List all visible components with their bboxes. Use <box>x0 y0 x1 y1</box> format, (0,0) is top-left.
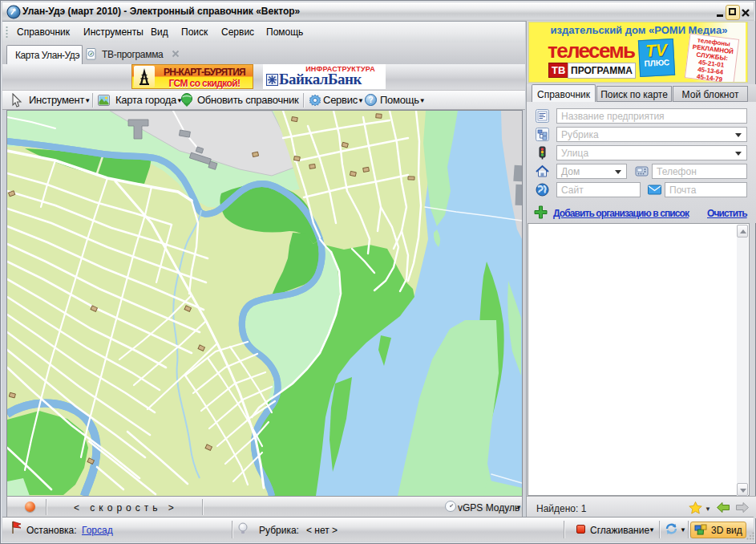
svg-text:?: ? <box>368 95 373 104</box>
